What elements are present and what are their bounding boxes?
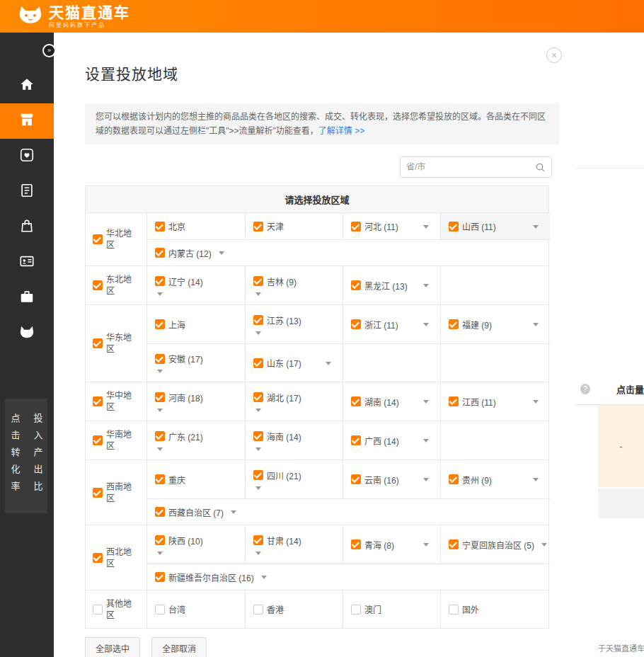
province-checkbox[interactable] [253, 392, 263, 402]
dropdown-caret-icon[interactable] [326, 362, 331, 365]
dropdown-caret-icon[interactable] [157, 552, 163, 555]
province-label[interactable]: 天津 [267, 220, 284, 232]
sidebar-item-toolbox[interactable] [0, 280, 54, 316]
province-checkbox[interactable] [449, 222, 459, 232]
dropdown-caret-icon[interactable] [231, 510, 236, 514]
sidebar-item-favorites[interactable] [0, 139, 54, 174]
dropdown-caret-icon[interactable] [255, 447, 261, 451]
province-checkbox[interactable] [155, 507, 165, 517]
dropdown-caret-icon[interactable] [219, 251, 224, 255]
info-details-link[interactable]: 了解详情 >> [318, 126, 364, 136]
province-label[interactable]: 湖南 (14) [364, 396, 399, 408]
province-checkbox[interactable] [253, 276, 263, 286]
province-label[interactable]: 甘肃 (14) [267, 535, 301, 547]
sidebar-metrics-panel[interactable]: 点击转化率 投入产出比 [5, 399, 47, 513]
province-label[interactable]: 浙江 (11) [364, 319, 398, 331]
dropdown-caret-icon[interactable] [157, 447, 163, 451]
province-checkbox[interactable] [253, 470, 263, 480]
sidebar-item-home[interactable] [0, 68, 54, 103]
sidebar-item-tmall[interactable] [0, 316, 54, 351]
province-label[interactable]: 海南 (14) [267, 430, 301, 442]
province-checkbox[interactable] [351, 474, 361, 484]
dropdown-caret-icon[interactable] [255, 552, 261, 555]
region-checkbox[interactable] [93, 553, 103, 563]
province-label[interactable]: 辽宁 (14) [168, 275, 203, 287]
dropdown-caret-icon[interactable] [157, 370, 163, 373]
province-checkbox[interactable] [155, 354, 165, 364]
province-label[interactable]: 湖北 (17) [267, 392, 301, 404]
dropdown-caret-icon[interactable] [423, 284, 429, 287]
deselect-all-button[interactable]: 全部取消 [151, 637, 207, 657]
sidebar-item-campaigns[interactable] [0, 103, 54, 139]
dropdown-caret-icon[interactable] [157, 292, 163, 296]
province-checkbox[interactable] [253, 315, 263, 325]
province-label[interactable]: 上海 [168, 319, 185, 331]
dropdown-caret-icon[interactable] [423, 323, 429, 326]
province-label[interactable]: 安徽 (17) [168, 353, 203, 365]
province-checkbox[interactable] [155, 572, 165, 582]
region-label[interactable]: 西北地区 [106, 547, 136, 569]
province-label[interactable]: 河北 (11) [364, 220, 398, 232]
province-checkbox[interactable] [351, 539, 361, 549]
dropdown-caret-icon[interactable] [157, 409, 163, 412]
province-label[interactable]: 新疆维吾尔自治区 (16) [168, 571, 254, 583]
province-checkbox[interactable] [155, 248, 165, 258]
province-checkbox[interactable] [449, 474, 459, 484]
dropdown-caret-icon[interactable] [255, 486, 261, 490]
region-label[interactable]: 华北地区 [106, 228, 136, 251]
province-checkbox[interactable] [155, 605, 165, 615]
province-label[interactable]: 福建 (9) [462, 319, 492, 331]
dropdown-caret-icon[interactable] [533, 400, 539, 404]
province-label[interactable]: 西藏自治区 (7) [168, 506, 224, 518]
region-label[interactable]: 华中地区 [106, 390, 136, 413]
tmall-zhitongche-logo[interactable]: 天猫直通车 阿里妈妈旗下产品 [18, 4, 130, 28]
province-label[interactable]: 山东 (17) [267, 357, 301, 369]
help-icon[interactable]: ? [580, 384, 590, 394]
province-checkbox[interactable] [351, 605, 361, 615]
dropdown-caret-icon[interactable] [423, 543, 429, 547]
dropdown-caret-icon[interactable] [533, 225, 539, 229]
region-label[interactable]: 西南地区 [106, 481, 136, 504]
province-label[interactable]: 宁夏回族自治区 (5) [462, 539, 534, 551]
province-checkbox[interactable] [253, 605, 263, 615]
close-icon[interactable]: × [546, 47, 562, 63]
province-checkbox[interactable] [449, 396, 459, 406]
search-icon[interactable] [534, 162, 551, 173]
province-checkbox[interactable] [155, 222, 165, 232]
dropdown-caret-icon[interactable] [533, 478, 539, 481]
province-checkbox[interactable] [253, 431, 263, 441]
province-checkbox[interactable] [155, 319, 165, 329]
province-label[interactable]: 吉林 (9) [267, 275, 297, 287]
province-checkbox[interactable] [449, 539, 459, 549]
province-label[interactable]: 国外 [462, 603, 479, 615]
province-checkbox[interactable] [155, 276, 165, 286]
region-checkbox[interactable] [93, 435, 103, 445]
province-checkbox[interactable] [253, 222, 263, 232]
province-checkbox[interactable] [351, 319, 361, 329]
province-checkbox[interactable] [351, 222, 361, 232]
dropdown-caret-icon[interactable] [255, 409, 261, 412]
dropdown-caret-icon[interactable] [423, 439, 429, 442]
dropdown-caret-icon[interactable] [423, 478, 429, 481]
province-label[interactable]: 青海 (8) [364, 539, 394, 551]
province-checkbox[interactable] [155, 431, 165, 441]
region-checkbox[interactable] [93, 605, 103, 615]
province-label[interactable]: 内蒙古 (12) [168, 247, 212, 259]
dropdown-caret-icon[interactable] [261, 576, 267, 579]
province-checkbox[interactable] [253, 535, 263, 545]
province-label[interactable]: 台湾 [168, 603, 185, 615]
province-checkbox[interactable] [351, 280, 361, 290]
sidebar-collapse-button[interactable]: » [42, 44, 56, 57]
sidebar-item-reports[interactable] [0, 174, 54, 210]
province-label[interactable]: 北京 [168, 220, 185, 232]
region-label[interactable]: 其他地区 [106, 598, 136, 621]
region-search-input[interactable] [401, 162, 534, 172]
province-label[interactable]: 黑龙江 (13) [364, 280, 408, 292]
region-label[interactable]: 华东地区 [106, 332, 136, 355]
region-label[interactable]: 东北地区 [106, 274, 136, 297]
region-checkbox[interactable] [93, 338, 103, 348]
province-label[interactable]: 广西 (14) [364, 435, 399, 447]
province-label[interactable]: 陕西 (10) [168, 535, 203, 547]
region-checkbox[interactable] [93, 234, 103, 244]
province-label[interactable]: 山西 (11) [462, 220, 496, 232]
